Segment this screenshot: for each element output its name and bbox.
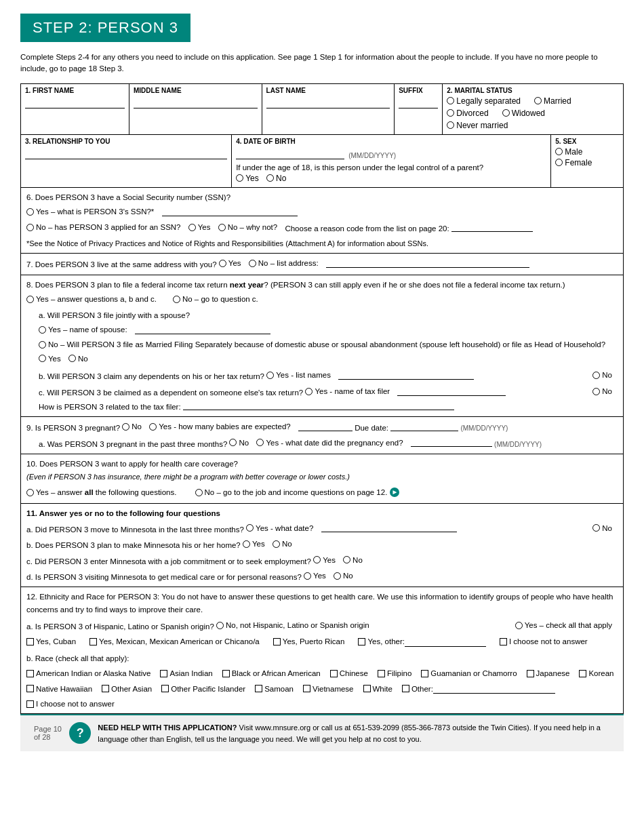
marital-widowed[interactable]: Widowed bbox=[502, 108, 545, 118]
dob-input[interactable] bbox=[236, 147, 344, 159]
dob-yes[interactable]: Yes bbox=[236, 174, 259, 183]
q8c-filer-input[interactable] bbox=[397, 386, 506, 396]
q6-reason-input[interactable] bbox=[451, 222, 533, 232]
q8-yes[interactable]: Yes – answer questions a, b and c. bbox=[26, 293, 157, 305]
last-name-label: LAST NAME bbox=[266, 87, 390, 94]
q9a-no[interactable]: No bbox=[229, 437, 249, 449]
middle-name-input[interactable] bbox=[134, 96, 258, 108]
q8a-no-row: No – Will PERSON 3 file as Married Filin… bbox=[39, 338, 618, 366]
q12b-black[interactable]: Black or African American bbox=[222, 667, 321, 679]
q8c-related-input[interactable] bbox=[183, 401, 454, 410]
q9-no[interactable]: No bbox=[122, 420, 142, 433]
dob-yes-no: Yes No bbox=[236, 174, 546, 184]
q10-yes[interactable]: Yes – answer all the following questions… bbox=[26, 486, 176, 498]
q11c-yes[interactable]: Yes bbox=[313, 554, 336, 566]
q9-yes[interactable]: Yes - how many babies are expected? bbox=[149, 420, 291, 433]
q12a-other-text[interactable]: Yes, other: bbox=[358, 635, 486, 648]
marital-divorced[interactable]: Divorced bbox=[447, 108, 488, 118]
marital-married[interactable]: Married bbox=[534, 96, 571, 106]
q11a-yes[interactable]: Yes - what date? bbox=[246, 522, 313, 534]
q8-no[interactable]: No – go to question c. bbox=[173, 293, 258, 305]
q12a-choose[interactable]: I choose not to answer bbox=[500, 635, 588, 648]
q12b-korean[interactable]: Korean bbox=[579, 667, 613, 679]
q9-due-input[interactable] bbox=[390, 422, 458, 431]
q11d-no[interactable]: No bbox=[334, 570, 353, 582]
q12a-cuban[interactable]: Yes, Cuban bbox=[26, 635, 76, 648]
q8c-no[interactable]: No bbox=[592, 385, 612, 397]
q6-ssn-input[interactable] bbox=[162, 207, 298, 216]
q8a-no-no[interactable]: No bbox=[68, 353, 88, 365]
q11b-yes[interactable]: Yes bbox=[243, 538, 265, 550]
marital-never-married[interactable]: Never married bbox=[447, 121, 508, 130]
q12b: b. Race (check all that apply): American… bbox=[26, 652, 618, 711]
q12b-white[interactable]: White bbox=[363, 683, 393, 695]
q11a-no[interactable]: No bbox=[592, 522, 612, 534]
q12b-chinese[interactable]: Chinese bbox=[330, 667, 368, 679]
q7-section: 7. Does PERSON 3 live at the same addres… bbox=[20, 254, 624, 275]
q11-section: 11. Answer yes or no to the following fo… bbox=[20, 504, 624, 587]
q12b-american-indian[interactable]: American Indian or Alaska Native bbox=[26, 667, 150, 679]
q12a-other-input[interactable] bbox=[405, 637, 486, 647]
q8a-spouse-input[interactable] bbox=[135, 325, 270, 334]
q12b-vietnamese[interactable]: Vietnamese bbox=[303, 683, 354, 695]
dob-no[interactable]: No bbox=[266, 174, 286, 183]
q8b-yes[interactable]: Yes - list names bbox=[266, 369, 331, 381]
q12a-no[interactable]: No, not Hispanic, Latino or Spanish orig… bbox=[216, 619, 369, 631]
marital-status-options: Legally separated Married Divorced bbox=[447, 96, 619, 132]
q12a-yes[interactable]: Yes – check all that apply bbox=[515, 619, 612, 631]
q10-section: 10. Does PERSON 3 want to apply for heal… bbox=[20, 454, 624, 504]
q7-yes[interactable]: Yes bbox=[219, 257, 241, 269]
marital-legally-separated[interactable]: Legally separated bbox=[447, 96, 521, 106]
q8b-no[interactable]: No bbox=[592, 369, 612, 381]
last-name-input[interactable] bbox=[266, 96, 390, 108]
q6-no-no[interactable]: No – why not? bbox=[218, 221, 278, 233]
sex-female[interactable]: Female bbox=[555, 158, 613, 167]
sex-male[interactable]: Male bbox=[555, 147, 613, 157]
q10-no[interactable]: No – go to the job and income questions … bbox=[195, 486, 400, 498]
q11b-no[interactable]: No bbox=[273, 538, 292, 550]
q8-yes-no: Yes – answer questions a, b and c. No – … bbox=[26, 293, 618, 306]
q9-babies-input[interactable] bbox=[298, 422, 353, 431]
step-label: STEP 2: bbox=[33, 19, 93, 36]
intro-text: Complete Steps 2-4 for any others you ne… bbox=[20, 52, 624, 75]
marital-status-label: 2. MARITAL STATUS bbox=[447, 87, 619, 94]
step-title: PERSON 3 bbox=[93, 19, 178, 36]
q8b-names-input[interactable] bbox=[338, 370, 474, 380]
q8a-no-yes[interactable]: Yes bbox=[39, 353, 61, 365]
q12b-japanese[interactable]: Japanese bbox=[527, 667, 570, 679]
q8a-no[interactable]: No – Will PERSON 3 file as Married Filin… bbox=[39, 338, 605, 351]
q12b-other[interactable]: Other: bbox=[402, 683, 555, 695]
q12a-mexican[interactable]: Yes, Mexican, Mexican American or Chican… bbox=[89, 635, 260, 648]
q12b-filipino[interactable]: Filipino bbox=[378, 667, 411, 679]
q12a-puerto[interactable]: Yes, Puerto Rican bbox=[273, 635, 345, 648]
q9a-yes[interactable]: Yes - what date did the pregnancy end? bbox=[256, 437, 403, 449]
q7-no[interactable]: No – list address: bbox=[249, 257, 319, 269]
q11c-no[interactable]: No bbox=[343, 554, 363, 566]
suffix-input[interactable] bbox=[399, 96, 438, 108]
q12b-guamanian[interactable]: Guamanian or Chamorro bbox=[421, 667, 517, 679]
suffix-label: SUFFIX bbox=[399, 87, 438, 94]
q11a-date-input[interactable] bbox=[321, 523, 457, 532]
q12b-other-input[interactable] bbox=[433, 684, 555, 694]
q12b-native-hawaiian[interactable]: Native Hawaiian bbox=[26, 683, 92, 695]
q7-address-input[interactable] bbox=[326, 258, 529, 268]
radio-legally-separated[interactable] bbox=[447, 97, 454, 104]
q6-note: *See the Notice of Privacy Practices and… bbox=[26, 238, 618, 250]
footer-text: NEED HELP WITH THIS APPLICATION? Visit w… bbox=[98, 722, 610, 744]
q12-intro: 12. Ethnicity and Race for PERSON 3: You… bbox=[26, 591, 618, 616]
relationship-input[interactable] bbox=[25, 147, 227, 159]
q12b-samoan[interactable]: Samoan bbox=[255, 683, 294, 695]
q12b-choose[interactable]: I choose not to answer bbox=[26, 698, 115, 710]
q12b-other-pacific[interactable]: Other Pacific Islander bbox=[161, 683, 245, 695]
q12b-other-asian[interactable]: Other Asian bbox=[102, 683, 152, 695]
first-name-input[interactable] bbox=[25, 96, 125, 108]
q6-yes[interactable]: Yes – what is PERSON 3's SSN?* bbox=[26, 205, 154, 218]
q12b-asian-indian[interactable]: Asian Indian bbox=[160, 667, 212, 679]
q9a-date-input[interactable] bbox=[411, 437, 492, 447]
q6-no-yes[interactable]: Yes bbox=[188, 221, 211, 233]
q8c-yes[interactable]: Yes - name of tax filer bbox=[305, 385, 390, 397]
q8a-yes[interactable]: Yes – name of spouse: bbox=[39, 323, 127, 336]
name-marital-row: 1. FIRST NAME MIDDLE NAME LAST NAME SUFF… bbox=[20, 83, 624, 135]
q11d-yes[interactable]: Yes bbox=[304, 570, 326, 582]
q6-no[interactable]: No – has PERSON 3 applied for an SSN? bbox=[26, 221, 181, 233]
